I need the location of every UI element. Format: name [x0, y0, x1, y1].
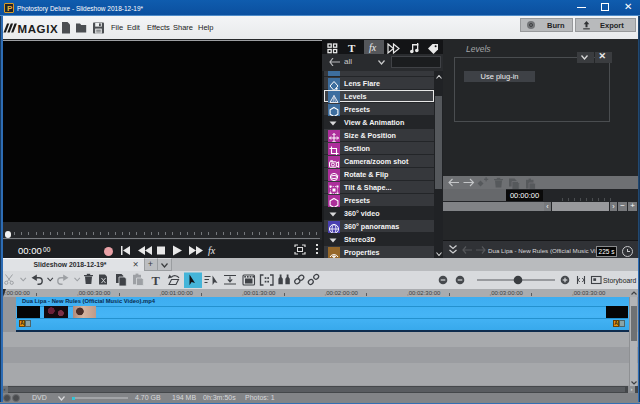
svg-text:fx: fx	[208, 245, 216, 256]
svg-text:T: T	[152, 274, 161, 288]
svg-text:Storyboard: Storyboard	[603, 277, 636, 285]
svg-text:MAGIX: MAGIX	[18, 23, 59, 35]
